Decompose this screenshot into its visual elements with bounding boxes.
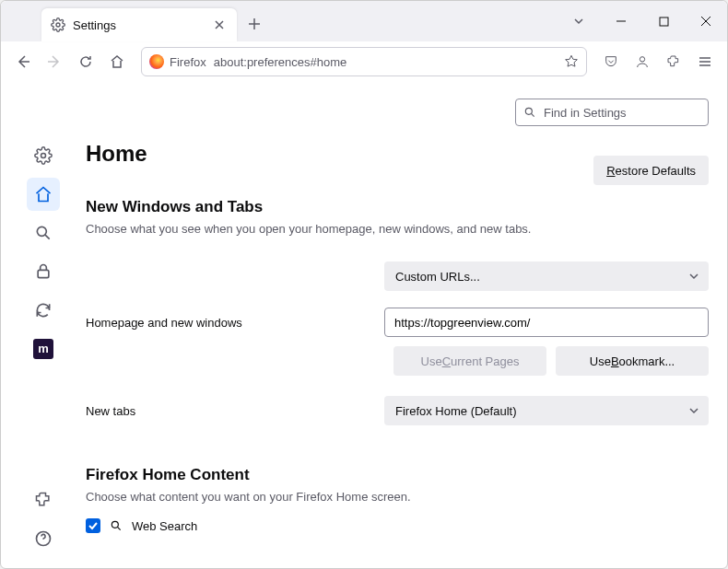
section-home-content-heading: Firefox Home Content xyxy=(86,466,709,484)
section-home-content-desc: Choose what content you want on your Fir… xyxy=(86,490,709,504)
svg-point-0 xyxy=(56,23,60,27)
sidebar-help[interactable] xyxy=(27,522,60,555)
homepage-dropdown[interactable]: Custom URLs... xyxy=(384,261,709,291)
extensions-button[interactable] xyxy=(659,47,688,76)
settings-sidebar: m xyxy=(1,82,86,568)
sidebar-search[interactable] xyxy=(27,216,60,250)
chevron-down-icon xyxy=(688,271,699,282)
use-current-pages-button[interactable]: Use Current Pages xyxy=(393,346,546,376)
newtabs-label: New tabs xyxy=(86,404,371,418)
svg-point-2 xyxy=(640,57,644,62)
tab-title: Settings xyxy=(73,18,116,32)
url-text: about:preferences#home xyxy=(214,55,347,69)
section-new-windows-heading: New Windows and Tabs xyxy=(86,198,709,216)
use-bookmark-button[interactable]: Use Bookmark... xyxy=(556,346,709,376)
new-tab-button[interactable] xyxy=(241,10,268,38)
maximize-button[interactable] xyxy=(642,7,685,35)
websearch-checkbox[interactable] xyxy=(86,518,100,533)
svg-point-10 xyxy=(112,521,118,528)
firefox-brand: Firefox xyxy=(149,54,206,69)
back-button[interactable] xyxy=(8,47,38,76)
search-placeholder: Find in Settings xyxy=(544,106,627,120)
sidebar-sync[interactable] xyxy=(27,294,60,327)
close-window-button[interactable] xyxy=(685,7,727,35)
svg-point-4 xyxy=(37,226,46,236)
url-bar[interactable]: Firefox about:preferences#home xyxy=(141,47,587,76)
tab-settings[interactable]: Settings xyxy=(41,8,237,41)
tab-list-button[interactable] xyxy=(565,7,593,35)
search-icon xyxy=(523,106,536,119)
firefox-logo-icon xyxy=(149,54,164,69)
nav-toolbar: Firefox about:preferences#home xyxy=(1,41,727,82)
minimize-button[interactable] xyxy=(600,7,642,35)
sidebar-general[interactable] xyxy=(27,139,60,172)
websearch-label: Web Search xyxy=(132,519,197,533)
section-new-windows-desc: Choose what you see when you open your h… xyxy=(86,222,709,236)
sidebar-home[interactable] xyxy=(27,178,60,211)
bookmark-star-icon[interactable] xyxy=(564,54,579,69)
homepage-url-input[interactable] xyxy=(384,308,709,337)
restore-defaults-button[interactable]: Restore Defaults xyxy=(593,156,709,185)
sidebar-privacy[interactable] xyxy=(27,255,60,288)
find-in-settings[interactable]: Find in Settings xyxy=(515,99,709,126)
sidebar-extensions[interactable] xyxy=(27,483,60,517)
pocket-button[interactable] xyxy=(596,47,626,76)
svg-rect-1 xyxy=(660,17,668,26)
account-button[interactable] xyxy=(628,47,657,76)
settings-main: Find in Settings Home Restore Defaults N… xyxy=(86,82,727,568)
svg-text:m: m xyxy=(38,342,49,355)
search-icon xyxy=(110,519,123,532)
close-tab-button[interactable] xyxy=(211,17,228,33)
svg-rect-5 xyxy=(38,270,49,277)
home-button[interactable] xyxy=(102,47,132,76)
app-menu-button[interactable] xyxy=(690,47,720,76)
gear-icon xyxy=(51,17,65,32)
forward-button[interactable] xyxy=(40,47,69,76)
homepage-label: Homepage and new windows xyxy=(86,316,371,330)
newtabs-dropdown[interactable]: Firefox Home (Default) xyxy=(384,396,709,425)
newtabs-dropdown-value: Firefox Home (Default) xyxy=(395,404,516,418)
reload-button[interactable] xyxy=(71,47,100,76)
sidebar-more[interactable]: m xyxy=(27,332,60,366)
svg-point-9 xyxy=(525,108,532,114)
tab-strip: Settings xyxy=(1,1,727,41)
homepage-dropdown-value: Custom URLs... xyxy=(395,270,480,284)
svg-point-3 xyxy=(41,154,46,158)
chevron-down-icon xyxy=(688,405,699,416)
brand-label: Firefox xyxy=(170,55,206,69)
